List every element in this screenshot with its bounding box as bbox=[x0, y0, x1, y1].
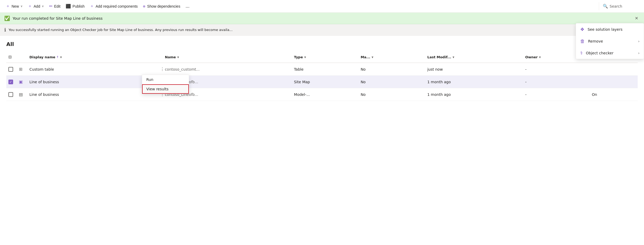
table-row[interactable]: ▤ Line of business ⋮ contoso_Lineofb... … bbox=[6, 88, 638, 101]
run-label: Run bbox=[146, 77, 153, 82]
row1-managed: No bbox=[359, 66, 425, 72]
table-header: ⊟ Display name ↑ ∨ Name ∨ Type ∨ Ma... ∨ bbox=[6, 51, 638, 63]
add-button[interactable]: ＋ Add ∨ bbox=[25, 2, 46, 11]
edit-label: Edit bbox=[54, 4, 60, 8]
new-label: New bbox=[12, 4, 19, 8]
row2-display-name: Line of business bbox=[27, 79, 157, 85]
success-banner-close[interactable]: ✕ bbox=[633, 15, 640, 21]
remove-item[interactable]: 🗑 Remove › bbox=[576, 35, 644, 47]
show-dependencies-label: Show dependencies bbox=[147, 4, 180, 8]
row1-icon: ⊞ bbox=[17, 66, 27, 73]
page-wrapper: ＋ New ∨ ＋ Add ∨ ✏ Edit ⬛ Publish ＋ Add r… bbox=[0, 0, 644, 101]
modified-chevron-icon: ∨ bbox=[452, 55, 455, 59]
search-label: Search bbox=[610, 4, 622, 8]
main-content: All ⊟ Display name ↑ ∨ Name ∨ Type ∨ Ma. bbox=[0, 36, 644, 101]
see-solution-layers-left: ❖ See solution layers bbox=[580, 27, 622, 32]
search-icon: 🔍 bbox=[603, 4, 608, 9]
row2-type: Site Map bbox=[292, 79, 359, 85]
object-checker-item[interactable]: ⚕ Object checker › bbox=[576, 47, 644, 59]
header-check: ⊟ bbox=[6, 54, 17, 60]
row2-owner: - bbox=[523, 79, 590, 85]
add-required-label: Add required components bbox=[96, 4, 138, 8]
info-text: You successfully started running an Obje… bbox=[9, 28, 233, 32]
row3-modified: 1 month ago bbox=[425, 91, 523, 98]
trash-icon: 🗑 bbox=[580, 38, 585, 44]
row1-name: contoso_customt... bbox=[163, 66, 292, 72]
header-name[interactable]: Name ∨ bbox=[163, 54, 292, 60]
success-text: Your run completed for Site Map Line of … bbox=[13, 16, 103, 20]
row3-check[interactable] bbox=[6, 91, 17, 98]
header-dots-spacer bbox=[157, 56, 163, 58]
row3-status: On bbox=[590, 91, 638, 98]
table-row[interactable]: ⊞ Custom table ⋮ contoso_customt... Tabl… bbox=[6, 63, 638, 76]
column-selector-icon[interactable]: ⊟ bbox=[8, 55, 12, 59]
table-icon: ⊞ bbox=[19, 67, 22, 72]
show-dependencies-button[interactable]: ⎈ Show dependencies bbox=[140, 2, 183, 10]
view-results-label: View results bbox=[146, 87, 169, 91]
row3-icon: ▤ bbox=[17, 91, 27, 98]
row3-type: Model-... bbox=[292, 91, 359, 98]
see-solution-layers-label: See solution layers bbox=[588, 27, 622, 32]
owner-chevron-icon: ∨ bbox=[539, 55, 541, 59]
search-area[interactable]: 🔍 Search bbox=[599, 2, 641, 10]
right-panel-menu: ❖ See solution layers 🗑 Remove › ⚕ Objec… bbox=[576, 23, 644, 59]
row2-checkbox[interactable] bbox=[8, 80, 13, 84]
row2-icon: ▣ bbox=[17, 78, 27, 85]
pencil-icon: ✏ bbox=[49, 4, 53, 9]
sort-asc-icon: ↑ bbox=[56, 55, 59, 59]
row2-check[interactable] bbox=[6, 79, 17, 85]
more-button[interactable]: ... bbox=[183, 2, 192, 11]
row1-status bbox=[590, 68, 638, 70]
row2-managed: No bbox=[359, 79, 425, 85]
header-display-name[interactable]: Display name ↑ ∨ bbox=[27, 54, 157, 60]
header-managed[interactable]: Ma... ∨ bbox=[359, 54, 425, 60]
name-chevron-icon: ∨ bbox=[177, 55, 179, 59]
header-modified[interactable]: Last Modif... ∨ bbox=[425, 54, 523, 60]
row3-owner: - bbox=[523, 91, 590, 98]
publish-label: Publish bbox=[72, 4, 85, 8]
remove-chevron-icon: › bbox=[638, 39, 640, 43]
add-required-button[interactable]: ＋ Add required components bbox=[87, 2, 140, 11]
object-checker-context-menu: Run View results bbox=[142, 75, 189, 94]
row1-checkbox[interactable] bbox=[8, 67, 13, 72]
managed-chevron-icon: ∨ bbox=[371, 55, 374, 59]
new-chevron-icon: ∨ bbox=[20, 4, 23, 8]
dependencies-icon: ⎈ bbox=[143, 4, 146, 9]
row1-check[interactable] bbox=[6, 66, 17, 73]
layers-icon: ❖ bbox=[580, 27, 584, 32]
model-driven-icon: ▤ bbox=[19, 92, 23, 97]
publish-button[interactable]: ⬛ Publish bbox=[63, 2, 87, 10]
row2-modified: 1 month ago bbox=[425, 79, 523, 85]
plus-icon: ＋ bbox=[6, 3, 10, 9]
object-checker-chevron-icon: › bbox=[638, 51, 640, 55]
table-row[interactable]: ▣ Line of business ⋮ contoso_Lineofb... … bbox=[6, 76, 638, 88]
row3-checkbox[interactable] bbox=[8, 92, 13, 97]
header-type[interactable]: Type ∨ bbox=[292, 54, 359, 60]
row1-type: Table bbox=[292, 66, 359, 72]
see-solution-layers-item[interactable]: ❖ See solution layers bbox=[576, 23, 644, 35]
object-checker-left: ⚕ Object checker bbox=[580, 50, 614, 56]
add-plus-icon: ＋ bbox=[28, 3, 32, 9]
sitemap-icon: ▣ bbox=[19, 79, 23, 84]
row1-display-name: Custom table bbox=[27, 66, 157, 72]
remove-label: Remove bbox=[588, 39, 603, 43]
row3-display-name: Line of business bbox=[27, 91, 157, 98]
new-button[interactable]: ＋ New ∨ bbox=[3, 2, 25, 11]
success-icon: ✅ bbox=[4, 15, 10, 21]
context-menu-run[interactable]: Run bbox=[142, 75, 189, 84]
remove-left: 🗑 Remove bbox=[580, 38, 603, 44]
add-required-icon: ＋ bbox=[90, 3, 94, 9]
row1-dots[interactable]: ⋮ bbox=[157, 65, 163, 73]
toolbar: ＋ New ∨ ＋ Add ∨ ✏ Edit ⬛ Publish ＋ Add r… bbox=[0, 0, 644, 13]
row3-managed: No bbox=[359, 91, 425, 98]
edit-button[interactable]: ✏ Edit bbox=[46, 2, 63, 10]
section-title: All bbox=[6, 41, 638, 47]
object-checker-icon: ⚕ bbox=[580, 50, 583, 56]
add-chevron-icon: ∨ bbox=[42, 4, 44, 8]
header-icon-col bbox=[17, 56, 27, 58]
display-name-chevron-icon: ∨ bbox=[60, 55, 62, 59]
row1-modified: just now bbox=[425, 66, 523, 72]
info-icon: ℹ bbox=[4, 27, 6, 33]
context-menu-view-results[interactable]: View results bbox=[142, 84, 189, 94]
success-banner: ✅ Your run completed for Site Map Line o… bbox=[0, 13, 644, 24]
